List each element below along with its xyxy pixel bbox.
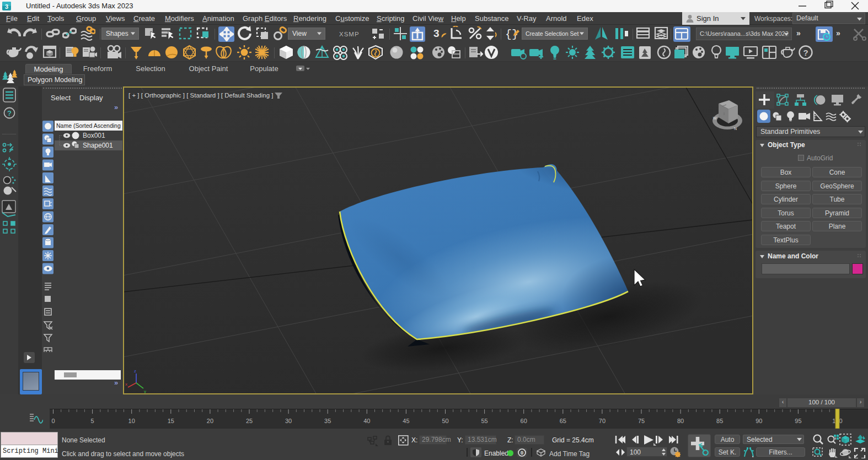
svg-text:?: ?	[7, 109, 12, 117]
svg-text:55: 55	[481, 418, 487, 424]
svg-text:N: N	[734, 127, 737, 131]
svg-text:5: 5	[91, 418, 94, 424]
svg-text:60: 60	[521, 418, 527, 424]
svg-text:70: 70	[599, 418, 606, 424]
svg-text:W: W	[713, 116, 717, 120]
svg-text:75: 75	[638, 418, 645, 424]
svg-text:0: 0	[521, 450, 523, 456]
svg-text:30: 30	[285, 418, 292, 424]
svg-text:45: 45	[403, 418, 409, 424]
svg-text:90: 90	[756, 418, 762, 424]
svg-text:x: x	[125, 382, 127, 387]
svg-text:80: 80	[677, 418, 684, 424]
svg-text:0: 0	[51, 418, 55, 424]
svg-text:[ + ] [ Orthographic ] [ Stand: [ + ] [ Orthographic ] [ Standard ] [ De…	[128, 92, 273, 99]
svg-text:95: 95	[795, 418, 801, 424]
svg-text:y: y	[144, 389, 146, 394]
svg-text:40: 40	[363, 418, 370, 424]
svg-text:z: z	[134, 369, 136, 374]
svg-text:65: 65	[560, 418, 566, 424]
svg-text:20: 20	[207, 418, 213, 424]
svg-text:3: 3	[5, 3, 8, 10]
svg-text:85: 85	[716, 418, 723, 424]
svg-text:25: 25	[246, 418, 253, 424]
svg-text:50: 50	[442, 418, 448, 424]
svg-text:35: 35	[324, 418, 331, 424]
svg-text:15: 15	[168, 418, 174, 424]
svg-text:10: 10	[128, 418, 135, 424]
